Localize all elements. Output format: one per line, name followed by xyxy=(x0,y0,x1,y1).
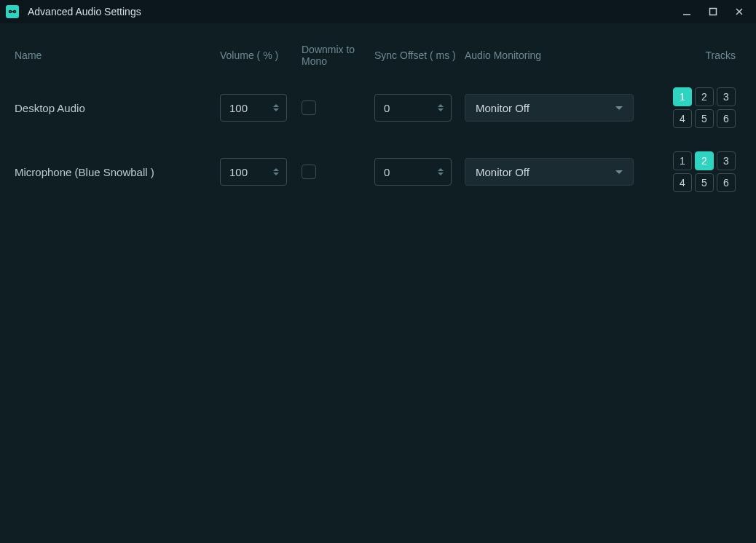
downmix-checkbox[interactable] xyxy=(302,100,316,115)
titlebar: Advanced Audio Settings xyxy=(0,0,756,23)
track-toggle-2[interactable]: 2 xyxy=(695,87,714,106)
chevron-down-icon xyxy=(615,106,623,110)
track-toggle-5[interactable]: 5 xyxy=(695,109,714,128)
spin-down-icon[interactable] xyxy=(438,108,444,111)
spin-down-icon[interactable] xyxy=(438,173,444,175)
table-header: Name Volume ( % ) Downmix to Mono Sync O… xyxy=(15,44,741,67)
audio-monitoring-value: Monitor Off xyxy=(476,102,529,114)
volume-value: 100 xyxy=(229,102,248,114)
audio-monitoring-select[interactable]: Monitor Off xyxy=(465,94,634,122)
content-area: Name Volume ( % ) Downmix to Mono Sync O… xyxy=(0,23,756,236)
track-toggle-4[interactable]: 4 xyxy=(673,173,692,192)
audio-source-row: Desktop Audio1000Monitor Off123456 xyxy=(15,87,741,128)
spin-up-icon[interactable] xyxy=(273,168,279,171)
spin-up-icon[interactable] xyxy=(438,168,444,171)
sync-offset-input[interactable]: 0 xyxy=(374,158,452,186)
track-toggle-3[interactable]: 3 xyxy=(717,151,736,170)
sync-offset-value: 0 xyxy=(384,102,390,114)
downmix-checkbox[interactable] xyxy=(302,165,316,179)
sync-offset-input[interactable]: 0 xyxy=(374,94,452,122)
app-icon xyxy=(6,5,19,18)
track-toggle-4[interactable]: 4 xyxy=(673,109,692,128)
header-monitoring: Audio Monitoring xyxy=(465,49,639,61)
volume-value: 100 xyxy=(229,166,248,178)
svg-point-0 xyxy=(9,11,12,13)
track-toggle-5[interactable]: 5 xyxy=(695,173,714,192)
header-volume: Volume ( % ) xyxy=(220,49,302,61)
header-sync: Sync Offset ( ms ) xyxy=(374,49,465,61)
spin-down-icon[interactable] xyxy=(273,173,279,175)
audio-source-row: Microphone (Blue Snowball )1000Monitor O… xyxy=(15,151,741,192)
header-downmix: Downmix to Mono xyxy=(302,44,374,67)
track-toggle-6[interactable]: 6 xyxy=(717,109,736,128)
spin-down-icon[interactable] xyxy=(273,108,279,111)
close-button[interactable] xyxy=(733,5,746,18)
track-toggle-1[interactable]: 1 xyxy=(673,151,692,170)
spin-up-icon[interactable] xyxy=(273,104,279,107)
svg-rect-3 xyxy=(710,9,717,15)
window-title: Advanced Audio Settings xyxy=(28,6,680,17)
source-name: Microphone (Blue Snowball ) xyxy=(15,166,220,178)
track-toggle-6[interactable]: 6 xyxy=(717,173,736,192)
source-name: Desktop Audio xyxy=(15,102,220,114)
header-name: Name xyxy=(15,49,220,61)
maximize-button[interactable] xyxy=(706,5,720,18)
tracks-group: 123456 xyxy=(639,151,741,192)
chevron-down-icon xyxy=(615,170,623,174)
track-toggle-2[interactable]: 2 xyxy=(695,151,714,170)
header-tracks: Tracks xyxy=(639,49,741,61)
tracks-group: 123456 xyxy=(639,87,741,128)
audio-monitoring-value: Monitor Off xyxy=(476,166,529,178)
track-toggle-3[interactable]: 3 xyxy=(717,87,736,106)
window-controls xyxy=(680,5,750,18)
sync-offset-value: 0 xyxy=(384,166,390,178)
volume-input[interactable]: 100 xyxy=(220,94,287,122)
svg-point-1 xyxy=(14,11,16,13)
track-toggle-1[interactable]: 1 xyxy=(673,87,692,106)
spin-up-icon[interactable] xyxy=(438,104,444,107)
minimize-button[interactable] xyxy=(680,5,693,18)
audio-monitoring-select[interactable]: Monitor Off xyxy=(465,158,634,186)
volume-input[interactable]: 100 xyxy=(220,158,287,186)
